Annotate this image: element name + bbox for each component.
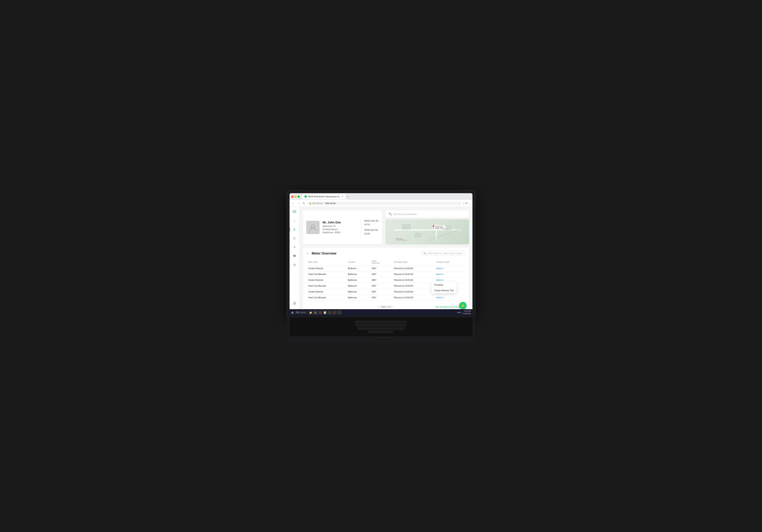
col-serial-no: MeterSerial No. bbox=[369, 259, 392, 266]
meter-title-group: ← Meter Overview bbox=[306, 252, 336, 255]
tab-favicon bbox=[304, 195, 307, 198]
chevron-down-icon: ▾ bbox=[443, 279, 444, 281]
minimize-button[interactable] bbox=[294, 195, 297, 198]
map-building-1 bbox=[402, 224, 411, 230]
taskbar-icon-store[interactable]: 🛍 bbox=[313, 310, 318, 315]
cell-location: Bathroom bbox=[346, 271, 369, 277]
keyboard bbox=[289, 317, 473, 336]
lock-icon: 🔒 bbox=[309, 202, 312, 204]
sidebar-item-services[interactable]: ✦ bbox=[291, 243, 298, 250]
power-icon: ⏻ bbox=[293, 301, 296, 305]
table-row: Smoke Detector Bedroom 4567 Planned on 0… bbox=[306, 266, 466, 271]
meter-search-bar[interactable]: 🔍 Meter Serial No., Meter Type, Location bbox=[421, 251, 466, 256]
cell-location: Bathroom bbox=[346, 283, 369, 289]
sidebar-item-contact[interactable]: ☎ bbox=[291, 252, 298, 259]
url-text: teha-wd.de bbox=[325, 202, 336, 204]
laptop-wrapper: TEHA Technischer Hausservice G... ✕ + ← … bbox=[287, 191, 475, 341]
search-bar[interactable]: 🔍 Search your properties bbox=[386, 210, 469, 218]
sidebar-item-home[interactable]: ⌂ bbox=[291, 217, 298, 224]
sidebar-item-reports[interactable]: ☷ bbox=[291, 235, 298, 242]
select-dropdown-button[interactable]: Select ▾ bbox=[436, 297, 444, 299]
taskbar-icon-spotify[interactable]: ♫ bbox=[338, 310, 342, 315]
map-container: 📍 HabermannErdbau GmbH Holzarbeiten Temp… bbox=[386, 219, 469, 244]
taskbar-tray: ENG 3:29 PM 7/16/2020 bbox=[457, 310, 471, 315]
maximize-button[interactable] bbox=[297, 195, 300, 198]
contact-icon: ☎ bbox=[293, 254, 296, 257]
back-arrow-button[interactable]: ← bbox=[306, 252, 310, 255]
dropdown-item-smoke-detector-test[interactable]: Smoke Detector Test bbox=[431, 288, 457, 293]
forward-nav-button[interactable]: → bbox=[297, 202, 301, 205]
col-location: Location bbox=[346, 259, 369, 266]
select-dropdown-button[interactable]: Select ▾ bbox=[436, 279, 444, 281]
bookmark-icon[interactable]: ☆ bbox=[463, 202, 465, 205]
sidebar-logo: ·U· bbox=[292, 210, 297, 214]
browser-window: TEHA Technischer Hausservice G... ✕ + ← … bbox=[289, 193, 473, 316]
taskbar-search[interactable]: 🔍 Search bbox=[295, 311, 307, 314]
taskbar-icon-notes[interactable]: 📝 bbox=[323, 310, 327, 315]
tab-close-icon[interactable]: ✕ bbox=[342, 195, 343, 198]
prev-page-button[interactable]: ‹ bbox=[378, 306, 379, 308]
refresh-nav-button[interactable]: ↻ bbox=[302, 202, 306, 205]
new-tab-button[interactable]: + bbox=[346, 195, 350, 198]
tray-language: ENG bbox=[457, 311, 461, 313]
sidebar: ·U· ⌂ ☰ › ☷ ✦ ☎ bbox=[289, 207, 300, 309]
fab-icon: ⚡ bbox=[461, 304, 465, 308]
sidebar-item-admin[interactable]: ◎ bbox=[291, 261, 298, 268]
extensions-icon[interactable]: ⚙ bbox=[466, 202, 468, 205]
cell-serial-no: 4567 bbox=[369, 289, 392, 295]
start-button[interactable]: ⊞ bbox=[291, 311, 293, 314]
cell-meter-type: Smoke Detector bbox=[306, 266, 346, 271]
touchpad[interactable] bbox=[371, 337, 391, 341]
table-row: Heat Cost Allocator Bathroom 4567 Planne… bbox=[306, 271, 466, 277]
profile-info: Mr. John Doe Waldowstr. 90 Freistaat Bay… bbox=[323, 221, 358, 234]
back-nav-button[interactable]: ← bbox=[291, 202, 295, 205]
taskbar-icon-chrome[interactable]: ● bbox=[318, 310, 322, 315]
chevron-down-icon: ▾ bbox=[443, 273, 444, 275]
cell-create-order: Select ▾ bbox=[434, 295, 466, 300]
menu-icon[interactable]: ⋮ bbox=[469, 202, 471, 205]
time-text: 3:29 PM bbox=[462, 310, 471, 312]
cell-location: Bedroom bbox=[346, 266, 369, 271]
avatar bbox=[306, 221, 320, 234]
search-placeholder: Search your properties bbox=[394, 213, 417, 215]
cell-status: Planned on 01/01/20 bbox=[392, 266, 434, 271]
profile-address-line2: Freistaat Bayern bbox=[323, 228, 338, 231]
meter-search-icon: 🔍 bbox=[423, 252, 426, 254]
services-icon: ✦ bbox=[293, 245, 296, 249]
page-label: Page 1 of 2 bbox=[381, 306, 391, 308]
map-background: 📍 HabermannErdbau GmbH Holzarbeiten Temp… bbox=[386, 219, 469, 244]
close-button[interactable] bbox=[291, 195, 293, 198]
select-dropdown-button[interactable]: Select ▾ bbox=[436, 267, 444, 270]
cell-status: Planned on 01/01/20 bbox=[392, 295, 434, 300]
sidebar-item-power[interactable]: ⏻ bbox=[291, 299, 298, 307]
cell-serial-no: 4567 bbox=[369, 277, 392, 283]
col-create-order: Create an Order bbox=[434, 259, 466, 266]
profile-card: Mr. John Doe Waldowstr. 90 Freistaat Bay… bbox=[303, 210, 382, 244]
cell-create-order: Select ▾ bbox=[434, 271, 466, 277]
meter-search-placeholder: Meter Serial No., Meter Type, Location bbox=[427, 252, 463, 254]
profile-address-line3: Waakirchen, 83662 bbox=[323, 232, 341, 234]
cell-create-order: Select ▾ bbox=[434, 266, 466, 271]
select-dropdown-button[interactable]: Select ▾ bbox=[436, 273, 444, 275]
teha-user-label: TEHA User No. 00198 bbox=[364, 228, 379, 236]
cell-status: Planned on 01/01/20 bbox=[392, 283, 434, 289]
dropdown-item-plumbing[interactable]: Plumbing bbox=[431, 282, 457, 288]
pagination: ‹ Page 1 of 2 › bbox=[378, 306, 394, 308]
taskbar-icon-ppt[interactable]: P bbox=[333, 310, 337, 315]
sidebar-item-tasks[interactable]: ☰ › bbox=[291, 226, 298, 233]
taskbar-app-icons: 📁 🛍 ● 📝 X P ♫ bbox=[309, 310, 342, 315]
fab-button[interactable]: ⚡ bbox=[459, 302, 467, 309]
keyboard-bezel bbox=[287, 316, 475, 341]
active-tab[interactable]: TEHA Technischer Hausservice G... ✕ bbox=[302, 194, 345, 199]
address-bar[interactable]: 🔒 Not secure | teha-wd.de bbox=[307, 202, 461, 205]
cell-location: Bathroom bbox=[346, 289, 369, 295]
main-content: Mr. John Doe Waldowstr. 90 Freistaat Bay… bbox=[300, 207, 473, 309]
taskbar-icon-excel[interactable]: X bbox=[328, 310, 332, 315]
meter-table: Meter Type Location MeterSerial No. Plum… bbox=[306, 259, 466, 300]
search-map-section: 🔍 Search your properties bbox=[386, 210, 469, 244]
taskbar-icon-files[interactable]: 📁 bbox=[309, 310, 313, 315]
admin-icon: ◎ bbox=[293, 263, 296, 266]
taskbar: ⊞ 🔍 Search 📁 🛍 ● 📝 X P ♫ ENG bbox=[289, 309, 473, 316]
home-icon: ⌂ bbox=[293, 219, 295, 223]
profile-address: Waldowstr. 90 Freistaat Bayern Waakirche… bbox=[323, 225, 358, 234]
